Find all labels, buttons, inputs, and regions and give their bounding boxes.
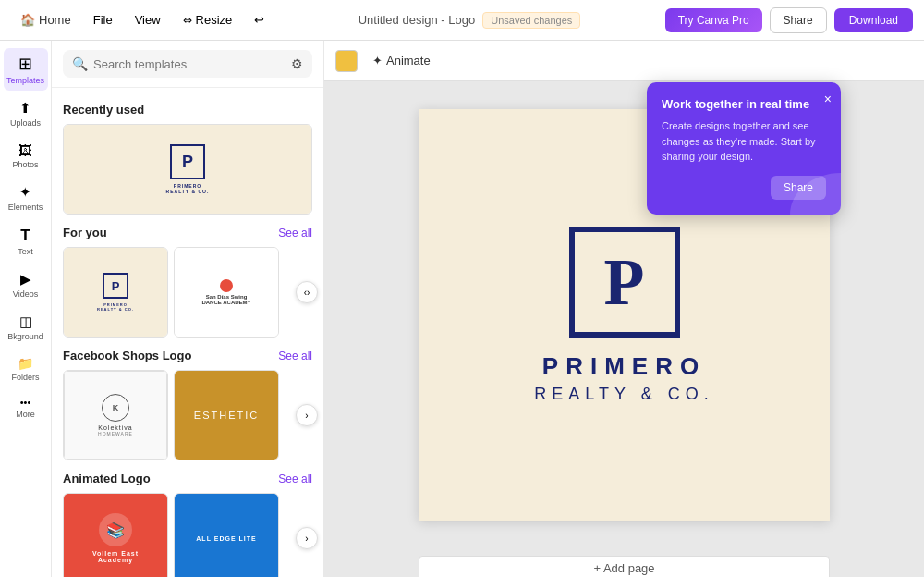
facebook-card-2[interactable]: ESTHETIC xyxy=(174,370,279,460)
download-button[interactable]: Download xyxy=(834,8,913,32)
more-label: More xyxy=(16,410,35,419)
background-label: Bkground xyxy=(7,332,43,341)
tooltip-title: Work together in real time xyxy=(662,97,826,111)
canvas-logo-primero: PRIMERO xyxy=(534,352,713,381)
recently-used-header: Recently used xyxy=(63,103,312,117)
text-icon: T xyxy=(20,227,30,245)
canvas-toolbar: ✦ Animate xyxy=(324,41,924,81)
unsaved-label: Unsaved changes xyxy=(482,12,580,29)
canvas-logo-p-letter: P xyxy=(604,249,645,315)
main-layout: ⊞ Templates ⬆ Uploads 🖼 Photos ✦ Element… xyxy=(0,41,924,577)
canvas-logo: P PRIMERO REALTY & CO. xyxy=(534,227,713,404)
logo-box-preview: P xyxy=(170,144,205,179)
photos-icon: 🖼 xyxy=(18,142,32,158)
facebook-shops-title: Facebook Shops Logo xyxy=(63,349,191,362)
nav-center: Untitled design - Logo Unsaved changes xyxy=(281,12,657,29)
canvas-logo-realty: REALTY & CO. xyxy=(534,385,713,404)
file-button[interactable]: File xyxy=(84,8,122,31)
facebook-see-all-button[interactable]: See all xyxy=(278,350,312,362)
for-you-hide-button[interactable]: ‹› xyxy=(296,281,318,303)
more-icon: ••• xyxy=(20,397,31,408)
for-you-card-2[interactable]: San Días SwingDANCE ACADEMY xyxy=(174,247,279,338)
primero-recently-preview: P PRIMEROREALTY & CO. xyxy=(64,125,311,214)
canvas-logo-box: P xyxy=(569,227,680,338)
view-label: View xyxy=(135,13,161,27)
search-input[interactable] xyxy=(93,57,286,71)
elements-icon: ✦ xyxy=(19,184,31,201)
animate-button[interactable]: ✦ Animate xyxy=(365,50,438,71)
elements-label: Elements xyxy=(8,203,43,212)
photos-label: Photos xyxy=(12,160,38,169)
recently-used-title: Recently used xyxy=(63,103,144,117)
templates-scroll: Recently used P PRIMEROREALTY & CO. For … xyxy=(52,88,323,577)
search-bar: 🔍 ⚙ xyxy=(63,50,312,78)
add-page-bar: + Add page xyxy=(324,548,924,577)
kolektiva-sub: HOMEWARE xyxy=(98,431,133,436)
templates-label: Templates xyxy=(6,76,44,85)
vollem-icon: 📚 xyxy=(99,513,132,546)
text-label: Text xyxy=(18,247,33,256)
animated-1-preview: 📚 Vollem EastAcademy xyxy=(64,494,167,577)
uploads-label: Uploads xyxy=(10,118,41,128)
facebook-next-button[interactable]: › xyxy=(296,404,318,426)
kolektiva-name: Kolektiva xyxy=(98,424,132,431)
add-page-button[interactable]: + Add page xyxy=(419,556,830,577)
san-dias-icon xyxy=(220,279,233,292)
animated-next-button[interactable]: › xyxy=(296,527,318,549)
home-icon: 🏠 xyxy=(20,13,35,27)
animated-2-preview: ALL EDGE LITE xyxy=(175,494,278,577)
facebook-shops-grid: K Kolektiva HOMEWARE ESTHETIC › xyxy=(63,370,312,460)
esthetic-text: ESTHETIC xyxy=(194,410,259,421)
undo-icon: ↩ xyxy=(254,13,264,27)
animated-card-1[interactable]: 📚 Vollem EastAcademy xyxy=(63,493,168,577)
for-you-primero-preview: P PRIMEROREALTY & CO. xyxy=(64,248,167,337)
view-button[interactable]: View xyxy=(126,8,170,31)
home-button[interactable]: 🏠 Home xyxy=(11,8,80,31)
videos-icon: ▶ xyxy=(20,271,31,288)
animated-card-2[interactable]: ALL EDGE LITE xyxy=(174,493,279,577)
animate-label: Animate xyxy=(386,54,431,68)
home-label: Home xyxy=(39,13,71,27)
search-filter-button[interactable]: ⚙ xyxy=(291,56,303,71)
templates-icon: ⊞ xyxy=(18,54,32,74)
sidebar-item-photos[interactable]: 🖼 Photos xyxy=(4,137,48,175)
tooltip-share-button[interactable]: Share xyxy=(771,176,826,200)
undo-button[interactable]: ↩ xyxy=(245,8,274,31)
for-you-card-1[interactable]: P PRIMEROREALTY & CO. xyxy=(63,247,168,338)
animated-logo-header: Animated Logo See all xyxy=(63,472,312,485)
sidebar-item-more[interactable]: ••• More xyxy=(4,391,48,424)
sidebar-item-background[interactable]: ◫ Bkground xyxy=(4,308,48,347)
animated-see-all-button[interactable]: See all xyxy=(278,473,312,485)
logo-text-preview: PRIMEROREALTY & CO. xyxy=(166,183,210,194)
san-dias-text: San Días SwingDANCE ACADEMY xyxy=(201,294,250,305)
nav-right: Try Canva Pro Share Download xyxy=(665,7,913,33)
try-pro-button[interactable]: Try Canva Pro xyxy=(665,8,762,32)
sidebar-item-folders[interactable]: 📁 Folders xyxy=(4,350,48,387)
share-button[interactable]: Share xyxy=(770,7,827,33)
resize-button[interactable]: ⇔ Resize xyxy=(174,8,242,31)
canvas-area: ✦ Animate P PRIMERO REALTY & CO. + xyxy=(324,41,924,577)
for-you-see-all-button[interactable]: See all xyxy=(278,227,312,239)
top-bar: 🏠 Home File View ⇔ Resize ↩ Untitled des… xyxy=(0,0,924,41)
animated-logo-title: Animated Logo xyxy=(63,472,151,485)
resize-label: Resize xyxy=(196,13,233,27)
animated-logo-grid: 📚 Vollem EastAcademy ALL EDGE LITE › xyxy=(63,493,312,577)
recently-used-card[interactable]: P PRIMEROREALTY & CO. xyxy=(63,124,312,215)
recently-used-grid: P PRIMEROREALTY & CO. xyxy=(63,124,312,215)
sidebar-item-uploads[interactable]: ⬆ Uploads xyxy=(4,94,48,133)
animate-icon: ✦ xyxy=(372,54,383,68)
tooltip-close-button[interactable]: × xyxy=(824,92,832,106)
facebook-shops-header: Facebook Shops Logo See all xyxy=(63,349,312,362)
sidebar-item-templates[interactable]: ⊞ Templates xyxy=(4,48,48,91)
vollem-text: Vollem EastAcademy xyxy=(92,550,139,563)
background-icon: ◫ xyxy=(19,313,32,330)
sidebar-item-elements[interactable]: ✦ Elements xyxy=(4,178,48,217)
color-swatch[interactable] xyxy=(335,50,358,72)
search-container: 🔍 ⚙ xyxy=(52,41,323,88)
sidebar: ⊞ Templates ⬆ Uploads 🖼 Photos ✦ Element… xyxy=(0,41,52,577)
for-you-logo-box: P xyxy=(103,273,128,299)
tooltip-popup: × Work together in real time Create desi… xyxy=(647,82,841,215)
facebook-card-1[interactable]: K Kolektiva HOMEWARE xyxy=(63,370,168,460)
sidebar-item-videos[interactable]: ▶ Videos xyxy=(4,265,48,304)
sidebar-item-text[interactable]: T Text xyxy=(4,221,48,262)
